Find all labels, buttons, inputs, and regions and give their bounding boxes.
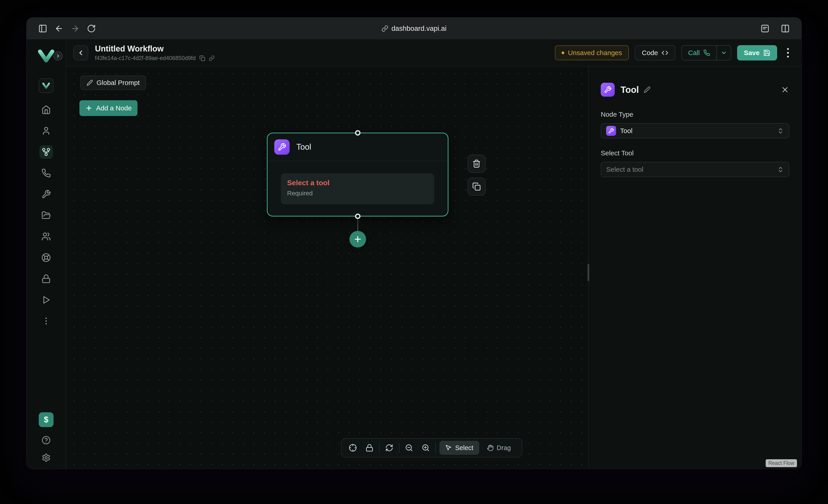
copy-link-icon[interactable]: [209, 55, 215, 61]
sidebar-item-assistants[interactable]: [39, 124, 53, 138]
org-vapi-icon: [42, 83, 50, 89]
delete-node-button[interactable]: [467, 155, 486, 173]
reload-icon: [87, 24, 96, 33]
sidebar-item-workflows[interactable]: [39, 145, 53, 159]
node-config-panel: Tool Node Type Tool: [588, 66, 801, 469]
code-button[interactable]: Code: [635, 45, 676, 60]
copy-icon: [472, 182, 481, 191]
sidebar-item-tools[interactable]: [39, 187, 53, 201]
duplicate-node-button[interactable]: [467, 178, 486, 195]
fit-view-button[interactable]: [346, 441, 360, 455]
back-button[interactable]: [73, 45, 88, 60]
sidebar-expand-button[interactable]: [53, 51, 63, 61]
global-prompt-button[interactable]: Global Prompt: [80, 76, 146, 90]
code-icon: [662, 49, 668, 56]
save-button[interactable]: Save: [737, 45, 777, 60]
chevrons-up-down-icon: [777, 166, 784, 173]
browser-reload-button[interactable]: [83, 21, 99, 36]
gear-icon: [42, 453, 51, 462]
add-node-button[interactable]: Add a Node: [79, 100, 137, 116]
sidebar-item-phone-numbers[interactable]: [39, 166, 53, 180]
drag-mode-button[interactable]: Drag: [481, 441, 517, 455]
sidebar-item-org-switcher[interactable]: [39, 78, 53, 93]
sidebar-item-api-keys[interactable]: [39, 272, 53, 285]
node-header: Tool: [267, 133, 448, 161]
wrench-icon: [278, 143, 286, 151]
trash-icon: [472, 159, 481, 168]
arrow-left-icon: [54, 24, 64, 33]
select-tool-label: Select Tool: [601, 149, 789, 157]
browser-sidebar-toggle[interactable]: [35, 21, 51, 36]
rename-node-button[interactable]: [644, 86, 651, 93]
panel-resize-handle[interactable]: [587, 264, 589, 281]
chevron-left-icon: [77, 49, 85, 57]
pencil-icon: [644, 86, 651, 93]
split-view-icon: [781, 24, 790, 33]
chevrons-up-down-icon: [777, 128, 784, 134]
interaction-mode-toggle: Select Drag: [439, 441, 518, 455]
link-icon: [382, 25, 388, 32]
lock-canvas-button[interactable]: [363, 441, 376, 455]
sidebar-item-squads[interactable]: [39, 230, 53, 243]
browser-forward-button[interactable]: [67, 21, 83, 36]
zoom-out-button[interactable]: [402, 441, 416, 455]
wrench-icon: [41, 189, 51, 199]
sidebar-item-test[interactable]: [39, 293, 53, 307]
app-sidebar: $: [27, 40, 66, 469]
settings-button[interactable]: [42, 453, 51, 462]
node-error-box[interactable]: Select a tool Required: [281, 173, 434, 204]
panel-title: Tool: [621, 85, 639, 95]
sidebar-item-home[interactable]: [39, 103, 53, 117]
vapi-logo: [37, 49, 55, 63]
billing-button[interactable]: $: [39, 412, 53, 427]
react-flow-attribution: React Flow: [766, 459, 797, 467]
browser-back-button[interactable]: [51, 21, 67, 36]
chevron-right-icon: [55, 53, 60, 58]
copy-id-icon[interactable]: [199, 55, 205, 61]
close-panel-button[interactable]: [781, 85, 789, 94]
node-type-label: Node Type: [601, 110, 789, 118]
call-button[interactable]: Call: [682, 46, 716, 60]
auto-layout-button[interactable]: [382, 441, 396, 455]
vapi-dashboard: $ Untitled Workflow f43f: [27, 40, 801, 469]
node-title: Tool: [296, 142, 311, 152]
workflow-icon: [41, 147, 51, 157]
sidebar-item-files[interactable]: [39, 209, 53, 222]
arrow-right-icon: [71, 24, 80, 33]
node-type-value: Tool: [620, 127, 632, 135]
tool-node[interactable]: Tool Select a tool Required: [267, 133, 448, 217]
node-input-handle[interactable]: [355, 130, 361, 136]
sidebar-nav: [39, 103, 53, 328]
node-type-select[interactable]: Tool: [601, 123, 789, 138]
zoom-in-button[interactable]: [419, 441, 433, 455]
pencil-icon: [87, 80, 93, 86]
crosshair-icon: [349, 444, 357, 452]
page-customize-icon: [760, 24, 770, 33]
toolbar-divider: [436, 443, 436, 453]
node-error-title: Select a tool: [287, 179, 428, 187]
more-options-button[interactable]: [783, 45, 793, 60]
zoom-in-icon: [422, 444, 430, 452]
plus-icon: [353, 235, 362, 244]
workflow-canvas[interactable]: Global Prompt Add a Node Tool: [66, 66, 588, 469]
browser-split-view-button[interactable]: [777, 21, 793, 36]
select-mode-button[interactable]: Select: [440, 441, 479, 455]
add-connected-node-button[interactable]: [349, 231, 366, 247]
workflow-header: Untitled Workflow f43fe14a-c17c-4d2f-89a…: [66, 40, 801, 66]
help-button[interactable]: [42, 436, 51, 445]
sidebar-bottom: $: [39, 412, 53, 462]
billing-symbol: $: [44, 415, 48, 424]
node-output-handle[interactable]: [355, 214, 361, 219]
sidebar-item-support[interactable]: [39, 251, 53, 264]
address-bar[interactable]: dashboard.vapi.ai: [382, 25, 447, 33]
browser-customize-button[interactable]: [757, 21, 773, 36]
folder-open-icon: [41, 211, 51, 220]
select-tool-select[interactable]: Select a tool: [601, 162, 789, 177]
sidebar-item-more[interactable]: [39, 314, 53, 328]
wrench-icon: [608, 128, 614, 134]
browser-window: dashboard.vapi.ai: [26, 17, 802, 469]
unsaved-changes-badge: Unsaved changes: [555, 45, 629, 60]
users-icon: [41, 232, 51, 241]
call-options-button[interactable]: [716, 46, 731, 60]
toolbar-divider: [379, 443, 380, 453]
